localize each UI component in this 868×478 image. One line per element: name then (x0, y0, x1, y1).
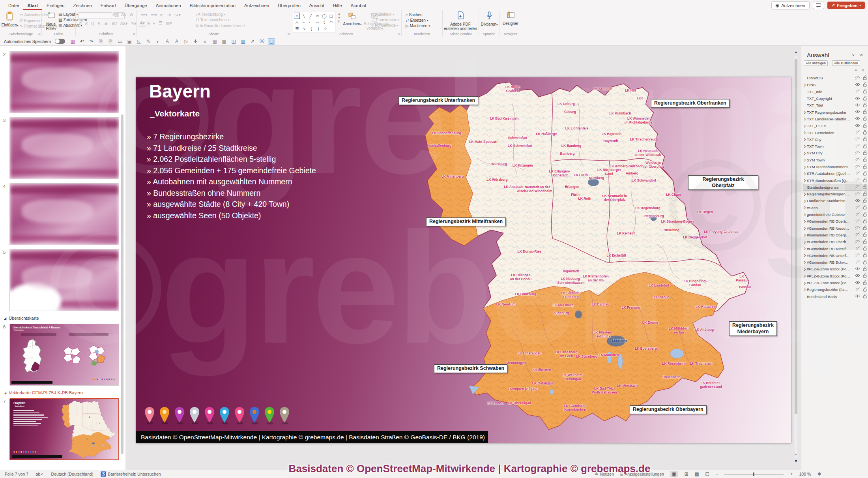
lock-open-icon[interactable] (863, 178, 867, 183)
visibility-on-icon[interactable] (855, 294, 860, 299)
line-spacing-button[interactable]: ↕≡▾ (173, 12, 182, 17)
layer-item-bundeslandgrenze[interactable]: Bundeslandgrenze (803, 184, 867, 191)
lock-open-icon[interactable] (863, 287, 867, 292)
visibility-off-icon[interactable] (855, 151, 860, 156)
visibility-off-icon[interactable] (855, 137, 860, 142)
ribbon-tab-ansicht[interactable]: Ansicht (305, 1, 329, 10)
layer-item-txt-landkreise-stadtkreise[interactable]: ❯TXT Landkreise-Stadtkreise (803, 116, 867, 122)
shape-icon[interactable]: ⇨ (314, 19, 320, 25)
layer-name[interactable]: gemeindefreie Gebiete (807, 212, 850, 217)
find-icon[interactable]: ⌕ (202, 39, 209, 44)
layer-name[interactable]: SYM Autobahnnummern (807, 165, 850, 169)
visibility-off-icon[interactable] (855, 178, 860, 183)
justify-button[interactable]: ☰ (157, 21, 164, 26)
redo-icon[interactable]: ↷ (88, 39, 95, 44)
slide-thumbnail-7[interactable]: Bayern _Vektorkarte (9, 398, 119, 460)
shape-icon[interactable]: ◯ (321, 13, 327, 19)
visibility-off-icon[interactable] (855, 144, 860, 149)
layer-item-regierungsbezirke-farbig[interactable]: ❯Regierungsbezirke (farbig) (803, 286, 867, 293)
visibility-on-icon[interactable] (855, 103, 860, 108)
shape-icon[interactable]: ☆ (322, 25, 329, 32)
layer-name[interactable]: #PLZ-8-Zone 8xxxx (Polygo… (807, 274, 850, 278)
visibility-off-icon[interactable] (855, 246, 860, 251)
lock-open-icon[interactable] (863, 205, 867, 210)
visibility-off-icon[interactable] (855, 130, 860, 135)
dialog-launcher-icon[interactable]: ⇲ (38, 32, 40, 36)
arrange-button[interactable]: Anordnen▾ (342, 13, 363, 26)
layer-item-str-autobahnen-quelle-b[interactable]: ❯STR Autobahnen [Quelle: B… (803, 170, 867, 177)
ribbon-tab-hilfe[interactable]: Hilfe (329, 1, 346, 10)
visibility-on-icon[interactable] (855, 110, 860, 114)
strikethrough-button[interactable]: ab (102, 21, 109, 26)
slideshow-button[interactable]: ⧠ (705, 471, 709, 477)
layer-item-pins[interactable]: ❯PINS (803, 81, 867, 88)
ribbon-tab-berpr-fen[interactable]: Überprüfen (273, 1, 305, 10)
layer-item-txt-titel[interactable]: TXT_Titel (803, 102, 867, 109)
ribbon-tab-animationen[interactable]: Animationen (152, 1, 185, 10)
gallery-up-icon[interactable]: ▲ (338, 12, 340, 15)
layer-name[interactable]: TXT_Info (807, 90, 850, 94)
bold-button[interactable]: F (78, 21, 83, 26)
undo-icon[interactable]: ↶ (79, 39, 86, 44)
dialog-launcher-icon[interactable]: ⇲ (287, 32, 290, 36)
visibility-off-icon[interactable] (855, 287, 860, 292)
ribbon-tab-start[interactable]: Start (23, 1, 42, 10)
visibility-on-icon[interactable] (855, 96, 860, 101)
visibility-on-icon[interactable] (855, 274, 860, 278)
layer-name[interactable]: PINS (807, 82, 850, 87)
expand-chevron-icon[interactable]: ❯ (803, 193, 807, 196)
scroll-up-icon[interactable]: ▲ (794, 50, 798, 54)
expand-chevron-icon[interactable]: ❯ (803, 131, 807, 134)
decrease-indent-button[interactable]: ⇤ (159, 12, 165, 17)
lock-open-icon[interactable] (863, 191, 867, 197)
move-down-icon[interactable]: ˅ (862, 68, 864, 72)
pane-close-icon[interactable]: ✕ (860, 52, 863, 58)
layer-name[interactable]: #PLZ-6-Zone 6xxxx (Polygo… (807, 267, 850, 271)
text-outline-icon[interactable]: A (173, 39, 180, 44)
char-spacing-button[interactable]: AV (110, 21, 118, 26)
layer-item-txt-copyright[interactable]: TXT_Copyright (803, 95, 867, 102)
fit-to-window-icon[interactable]: ❖ (817, 471, 821, 477)
visibility-off-icon[interactable] (855, 260, 860, 265)
region-label-regierungsbezirk-schwaben[interactable]: Regierungsbezirk Schwaben (434, 364, 507, 373)
slide-editing-area[interactable]: Bayern _Vektorkarte » 7 Regierungsbezirk… (136, 77, 791, 443)
expand-chevron-icon[interactable]: ❯ (803, 274, 807, 277)
expand-chevron-icon[interactable]: ❯ (803, 199, 807, 202)
shape-outline-button[interactable]: ⬚Formkontur▾ (371, 18, 399, 22)
expand-chevron-icon[interactable]: ❯ (803, 111, 807, 114)
layer-name[interactable]: #Gemeinden RB Oberbayern (807, 219, 850, 223)
lock-open-icon[interactable] (863, 266, 867, 272)
layer-item-landkreise-stadtkreise-ohn[interactable]: ❯Landkreise-Stadtkreise (ohn… (803, 197, 867, 204)
bavaria-map[interactable]: LK Rhön- GrabfeldLK Bad KissingenLK Cobu… (414, 78, 758, 435)
lock-open-icon[interactable] (863, 150, 867, 156)
visibility-on-icon[interactable] (855, 199, 860, 203)
smartart-button[interactable]: ⧉In SmartArt konvertieren▾ (196, 23, 245, 28)
visibility-on-icon[interactable] (855, 82, 860, 87)
expand-chevron-icon[interactable]: ❯ (803, 145, 807, 148)
layer-name[interactable]: TXT Town (807, 144, 850, 148)
lock-closed-icon[interactable] (863, 130, 867, 135)
next-slide-button[interactable]: ⌄ (794, 459, 797, 463)
layer-item-gemeinden-rb-schwaben[interactable]: ❯#Gemeinden RB Schwaben (803, 259, 867, 266)
lock-open-icon[interactable] (863, 75, 867, 81)
move-icon[interactable]: ✛ (192, 39, 199, 44)
increase-indent-button[interactable]: ⇥ (166, 12, 172, 17)
lock-open-icon[interactable] (863, 253, 867, 258)
visibility-on-icon[interactable] (855, 116, 860, 121)
expand-chevron-icon[interactable]: ❯ (803, 172, 807, 175)
font-name-input[interactable] (78, 12, 112, 19)
lock-open-icon[interactable] (863, 239, 867, 245)
ribbon-tab-acrobat[interactable]: Acrobat (346, 1, 371, 10)
dialog-launcher-icon[interactable]: ⇲ (398, 32, 400, 36)
layer-item-seen[interactable]: ❯#Seen (803, 204, 867, 211)
layer-item-gemeinden-rb-mittelfrank[interactable]: ❯#Gemeinden RB Mittelfrank… (803, 245, 867, 252)
expand-chevron-icon[interactable]: ❯ (803, 206, 807, 209)
shape-icon[interactable]: ⌐ (301, 19, 307, 25)
lock-open-icon[interactable] (863, 232, 867, 238)
layer-name[interactable]: STR Bundesstraßen [Quelle:… (807, 178, 850, 183)
expand-chevron-icon[interactable]: ❯ (803, 227, 807, 230)
layer-item-txt-town[interactable]: ❯TXT Town (803, 143, 867, 150)
numbering-button[interactable]: ≕▾ (150, 12, 159, 17)
layer-item-gemeinden-rb-unterfrank[interactable]: ❯#Gemeinden RB Unterfrank… (803, 252, 867, 259)
layer-item-txt-gemeinden[interactable]: ❯TXT Gemeinden (803, 129, 867, 136)
